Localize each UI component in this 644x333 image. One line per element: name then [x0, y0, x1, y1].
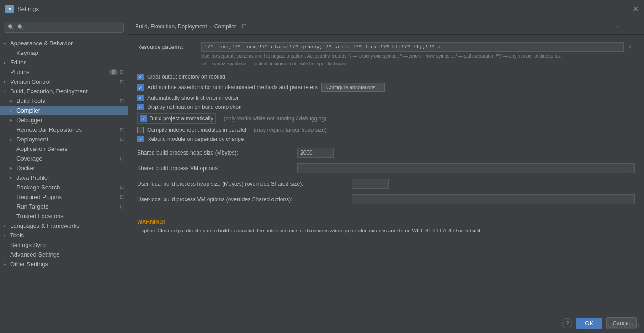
sidebar-item-docker[interactable]: Docker [0, 163, 128, 173]
arrow-languages [4, 223, 10, 228]
sidebar-item-label: Application Servers [16, 145, 68, 152]
sidebar-item-plugins[interactable]: Plugins ⚙ ⊡ [0, 67, 128, 77]
checkbox-clear-output[interactable] [137, 74, 144, 80]
resource-expand-button[interactable]: ⤢ [624, 43, 635, 52]
warning-title: WARNING! [137, 219, 635, 225]
search-icon: 🔍 [8, 24, 15, 31]
sidebar-item-java-profiler[interactable]: Java Profiler [0, 173, 128, 183]
heap-size-row: Shared build process heap size (Mbytes): [137, 148, 635, 158]
sidebar-item-label: Editor [10, 59, 26, 66]
checkbox-compile-parallel[interactable] [137, 127, 144, 133]
sidebar-item-label: Trusted Locations [16, 213, 64, 220]
arrow-docker [10, 166, 16, 171]
checkbox-display-notification[interactable] [137, 104, 144, 110]
sidebar-item-keymap[interactable]: Keymap [0, 48, 128, 58]
heap-size-label: Shared build process heap size (Mbytes): [137, 150, 293, 156]
resource-patterns-row: Resource patterns: ⤢ Use ; to separate p… [137, 42, 635, 67]
settings-window: ✦ Settings ✕ 🔍 Appearance & Behavior Key… [0, 0, 644, 333]
help-button[interactable]: ? [562, 318, 572, 328]
required-plugins-icon: ⊡ [120, 194, 124, 200]
vm-options-row: Shared build process VM options: ⤢ [137, 163, 635, 173]
configure-annotations-button[interactable]: Configure annotations... [321, 83, 385, 92]
sidebar-item-label: Appearance & Behavior [10, 40, 73, 47]
breadcrumb-nav: ← → [614, 23, 637, 30]
sidebar-item-trusted-locations[interactable]: Trusted Locations [0, 211, 128, 221]
sidebar-item-editor[interactable]: Editor [0, 58, 128, 67]
ok-button[interactable]: OK [576, 318, 602, 329]
arrow-editor [4, 60, 10, 65]
sidebar-item-deployment[interactable]: Deployment ⊡ [0, 134, 128, 144]
sidebar-item-label: Remote Jar Repositories [16, 126, 82, 133]
sidebar-item-package-search[interactable]: Package Search ⊡ [0, 183, 128, 192]
checkbox-compile-parallel-label: Compile independent modules in parallel [147, 127, 246, 133]
sidebar-item-debugger[interactable]: Debugger [0, 115, 128, 125]
close-button[interactable]: ✕ [633, 5, 639, 13]
sidebar-item-run-targets[interactable]: Run Targets ⊡ [0, 202, 128, 211]
sidebar-item-tools[interactable]: Tools [0, 231, 128, 240]
checkbox-runtime-assertions-row: Add runtime assertions for notnull-annot… [137, 83, 635, 92]
checkbox-rebuild-module-row: Rebuild module on dependency change [137, 136, 635, 142]
arrow-appearance [4, 41, 10, 46]
sidebar-item-settings-sync[interactable]: Settings Sync [0, 240, 128, 250]
arrow-build-tools [10, 98, 16, 103]
resource-patterns-input[interactable] [201, 42, 624, 52]
sidebar-item-build-tools[interactable]: Build Tools ⊡ [0, 96, 128, 106]
resource-hint-1: Use ; to separate patterns and ! to nega… [201, 53, 635, 59]
remote-jar-icon: ⊡ [120, 127, 124, 133]
sidebar-item-application-servers[interactable]: Application Servers [0, 144, 128, 154]
sidebar-item-build-execution[interactable]: Build, Execution, Deployment [0, 86, 128, 96]
forward-button[interactable]: → [627, 23, 637, 30]
checkbox-show-first-error[interactable] [137, 95, 144, 101]
search-box[interactable]: 🔍 [4, 22, 124, 33]
deployment-icon: ⊡ [120, 136, 124, 142]
sidebar-item-other-settings[interactable]: Other Settings [0, 259, 128, 269]
warning-text: If option 'Clear output directory on reb… [137, 227, 635, 235]
sidebar-item-compiler[interactable]: Compiler [0, 106, 128, 115]
bottom-bar: ? OK Cancel [128, 313, 644, 333]
checkbox-rebuild-module[interactable] [137, 136, 144, 142]
sidebar-item-label: Version Control [10, 78, 51, 85]
breadcrumb-separator: › [210, 23, 212, 30]
heap-size-input[interactable] [297, 148, 334, 158]
search-input[interactable] [17, 24, 120, 31]
watermark: CSDN @默 晗 [608, 322, 640, 329]
window-title: Settings [17, 5, 39, 12]
checkbox-build-automatically[interactable] [140, 115, 147, 122]
checkbox-show-first-error-label: Automatically show first error in editor [147, 95, 239, 101]
checkbox-runtime-assertions[interactable] [137, 84, 144, 91]
pin-button[interactable]: ☐ [242, 23, 247, 30]
arrow-compiler [10, 108, 16, 113]
sidebar-item-advanced-settings[interactable]: Advanced Settings [0, 250, 128, 259]
arrow-version-control [4, 79, 10, 84]
sidebar-item-coverage[interactable]: Coverage ⊡ [0, 154, 128, 163]
sidebar-item-label: Package Search [16, 184, 60, 191]
user-heap-input[interactable] [352, 179, 389, 189]
user-vm-expand-icon: ⤢ [630, 199, 634, 204]
checkbox-display-notification-label: Display notification on build completion [147, 104, 242, 110]
sidebar-item-label: Advanced Settings [10, 251, 59, 258]
sidebar-item-languages[interactable]: Languages & Frameworks [0, 221, 128, 231]
sidebar-item-label: Java Profiler [16, 174, 49, 181]
vm-options-label: Shared build process VM options: [137, 165, 293, 172]
sidebar-item-label: Build Tools [16, 97, 45, 104]
back-button[interactable]: ← [614, 23, 624, 30]
right-panel: Build, Execution, Deployment › Compiler … [128, 18, 644, 333]
vc-icon: ⊡ [120, 79, 124, 85]
resource-hint-2: <dir_name>:<pattern> — restrict to sourc… [201, 61, 635, 67]
plugins-badge: ⚙ [109, 69, 118, 75]
checkbox-build-automatically-highlight: Build project automatically [137, 113, 216, 124]
arrow-deployment [10, 137, 16, 142]
sidebar-item-remote-jar[interactable]: Remote Jar Repositories ⊡ [0, 125, 128, 134]
user-vm-input[interactable] [352, 194, 635, 204]
sidebar-item-label: Settings Sync [10, 242, 47, 248]
sidebar-item-version-control[interactable]: Version Control ⊡ [0, 77, 128, 86]
sidebar-item-label: Coverage [16, 155, 42, 162]
sidebar-item-required-plugins[interactable]: Required Plugins ⊡ [0, 192, 128, 202]
arrow-build [4, 89, 10, 94]
plugins-settings-icon: ⊡ [120, 69, 124, 75]
vm-options-input[interactable] [297, 163, 635, 173]
sidebar-item-appearance[interactable]: Appearance & Behavior [0, 38, 128, 48]
checkbox-runtime-assertions-label: Add runtime assertions for notnull-annot… [147, 84, 318, 91]
breadcrumb-bar: Build, Execution, Deployment › Compiler … [128, 18, 644, 35]
resource-patterns-label: Resource patterns: [137, 42, 197, 50]
